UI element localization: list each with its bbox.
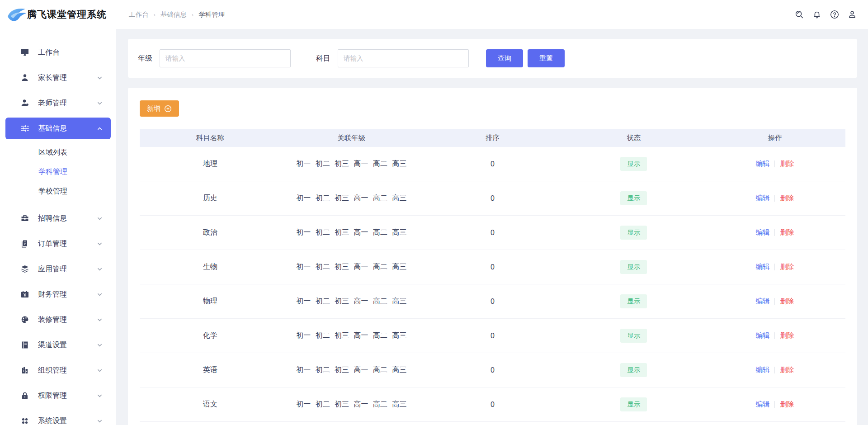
cell-actions: 编辑 删除 xyxy=(704,194,845,203)
edit-link[interactable]: 编辑 xyxy=(755,297,769,306)
cell-status: 显示 xyxy=(563,260,704,274)
status-badge: 显示 xyxy=(620,363,647,377)
sidebar-item-workbench[interactable]: 工作台 xyxy=(5,42,111,63)
parent-icon xyxy=(20,73,29,82)
column-header: 科目名称 xyxy=(140,133,281,143)
cell-grades: 初一 初二 初三 高一 高二 高三 xyxy=(281,159,422,169)
cell-actions: 编辑 删除 xyxy=(704,297,845,306)
delete-link[interactable]: 删除 xyxy=(780,228,794,237)
cell-sort: 0 xyxy=(422,401,563,409)
breadcrumb: 工作台›基础信息›学科管理 xyxy=(129,10,225,19)
table-row: 物理 初一 初二 初三 高一 高二 高三 0 显示 编辑 删除 xyxy=(140,284,845,319)
chevron-down-icon xyxy=(97,393,103,399)
delete-link[interactable]: 删除 xyxy=(780,365,794,375)
sidebar-item-permissions[interactable]: 权限管理 xyxy=(5,385,111,406)
help-icon[interactable] xyxy=(830,9,840,19)
cell-status: 显示 xyxy=(563,397,704,411)
status-badge: 显示 xyxy=(620,294,647,308)
sidebar-item-teachers[interactable]: 老师管理 xyxy=(5,92,111,114)
delete-link[interactable]: 删除 xyxy=(780,159,794,169)
sidebar-item-recruitment[interactable]: 招聘信息 xyxy=(5,208,111,229)
cell-grades: 初一 初二 初三 高一 高二 高三 xyxy=(281,400,422,409)
sidebar-item-label: 招聘信息 xyxy=(38,214,67,223)
edit-link[interactable]: 编辑 xyxy=(755,159,769,169)
chevron-down-icon xyxy=(97,216,103,222)
delete-link[interactable]: 删除 xyxy=(780,400,794,409)
chevron-down-icon xyxy=(97,75,103,81)
edit-link[interactable]: 编辑 xyxy=(755,400,769,409)
breadcrumb-separator: › xyxy=(192,11,193,18)
grade-input[interactable] xyxy=(160,49,291,67)
cell-subject-name: 化学 xyxy=(140,331,281,340)
cell-actions: 编辑 删除 xyxy=(704,400,845,409)
edit-link[interactable]: 编辑 xyxy=(755,331,769,340)
cell-grades: 初一 初二 初三 高一 高二 高三 xyxy=(281,365,422,375)
cell-subject-name: 英语 xyxy=(140,365,281,375)
sidebar-item-label: 渠道设置 xyxy=(38,340,67,350)
cell-status: 显示 xyxy=(563,191,704,205)
cell-status: 显示 xyxy=(563,363,704,377)
sidebar-subitem[interactable]: 学校管理 xyxy=(0,182,116,201)
delete-link[interactable]: 删除 xyxy=(780,331,794,340)
chevron-down-icon xyxy=(97,241,103,247)
app-logo: 腾飞课堂管理系统 xyxy=(0,6,116,23)
cell-sort: 0 xyxy=(422,366,563,374)
column-header: 状态 xyxy=(563,133,704,143)
lock-icon xyxy=(20,391,29,400)
add-button[interactable]: 新增 xyxy=(140,100,179,117)
chevron-down-icon xyxy=(97,418,103,424)
cell-status: 显示 xyxy=(563,226,704,240)
chevron-down-icon xyxy=(97,342,103,348)
sidebar-item-parents[interactable]: 家长管理 xyxy=(5,67,111,89)
plus-circle-icon xyxy=(164,105,172,113)
chevron-down-icon xyxy=(97,292,103,298)
cell-status: 显示 xyxy=(563,329,704,343)
sidebar-item-decoration[interactable]: 装修管理 xyxy=(5,309,111,331)
breadcrumb-item[interactable]: 基础信息 xyxy=(160,10,187,19)
document-icon xyxy=(20,239,29,248)
search-button[interactable]: 查询 xyxy=(486,49,523,67)
edit-link[interactable]: 编辑 xyxy=(755,194,769,203)
filter-bar: 年级 科目 查询 重置 xyxy=(128,39,857,78)
sidebar-item-channels[interactable]: 渠道设置 xyxy=(5,334,111,356)
edit-link[interactable]: 编辑 xyxy=(755,262,769,272)
cell-subject-name: 生物 xyxy=(140,262,281,272)
delete-link[interactable]: 删除 xyxy=(780,262,794,272)
sidebar-item-basic-info[interactable]: 基础信息 xyxy=(5,118,111,139)
status-badge: 显示 xyxy=(620,397,647,411)
journal-icon xyxy=(20,340,29,349)
table-row: 历史 初一 初二 初三 高一 高二 高三 0 显示 编辑 删除 xyxy=(140,181,845,216)
edit-link[interactable]: 编辑 xyxy=(755,365,769,375)
bird-logo-icon xyxy=(6,6,27,23)
cell-subject-name: 历史 xyxy=(140,194,281,203)
sidebar-subitem[interactable]: 区域列表 xyxy=(0,143,116,162)
cell-actions: 编辑 删除 xyxy=(704,159,845,169)
delete-link[interactable]: 删除 xyxy=(780,297,794,306)
chevron-down-icon xyxy=(97,317,103,323)
sidebar-item-system[interactable]: 系统设置 xyxy=(5,410,111,425)
column-header: 关联年级 xyxy=(281,133,422,143)
chevron-down-icon xyxy=(97,368,103,373)
cell-subject-name: 语文 xyxy=(140,400,281,409)
breadcrumb-item[interactable]: 工作台 xyxy=(129,10,149,19)
table-header-row: 科目名称关联年级排序状态操作 xyxy=(140,129,845,147)
sidebar-item-orders[interactable]: 订单管理 xyxy=(5,233,111,255)
sidebar-item-organization[interactable]: 组织管理 xyxy=(5,359,111,381)
sidebar-item-finance[interactable]: 财务管理 xyxy=(5,283,111,305)
chevron-up-icon xyxy=(97,126,103,132)
cell-subject-name: 地理 xyxy=(140,159,281,169)
sidebar-subitem[interactable]: 学科管理 xyxy=(0,162,116,182)
reset-button[interactable]: 重置 xyxy=(528,49,565,67)
topbar-icons xyxy=(794,9,857,19)
subject-input[interactable] xyxy=(338,49,469,67)
table-row: 政治 初一 初二 初三 高一 高二 高三 0 显示 编辑 删除 xyxy=(140,216,845,250)
delete-link[interactable]: 删除 xyxy=(780,194,794,203)
edit-link[interactable]: 编辑 xyxy=(755,228,769,237)
bell-icon[interactable] xyxy=(812,9,822,19)
search-icon[interactable] xyxy=(794,9,804,19)
grid-icon xyxy=(20,416,29,425)
user-icon[interactable] xyxy=(847,9,857,19)
grade-label: 年级 xyxy=(138,54,152,63)
action-divider xyxy=(774,195,775,202)
sidebar-item-applications[interactable]: 应用管理 xyxy=(5,258,111,280)
